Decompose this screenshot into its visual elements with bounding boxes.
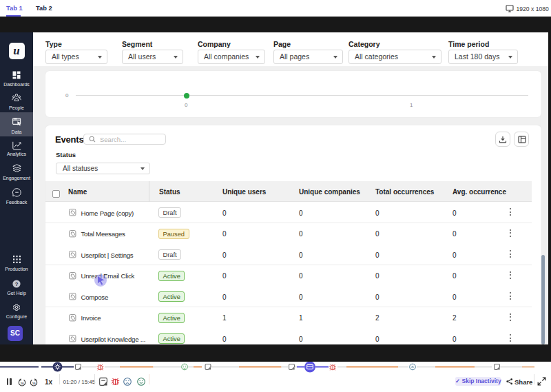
svg-text:10: 10: [21, 381, 24, 384]
svg-text:10: 10: [32, 381, 36, 384]
svg-text:?: ?: [15, 281, 19, 287]
